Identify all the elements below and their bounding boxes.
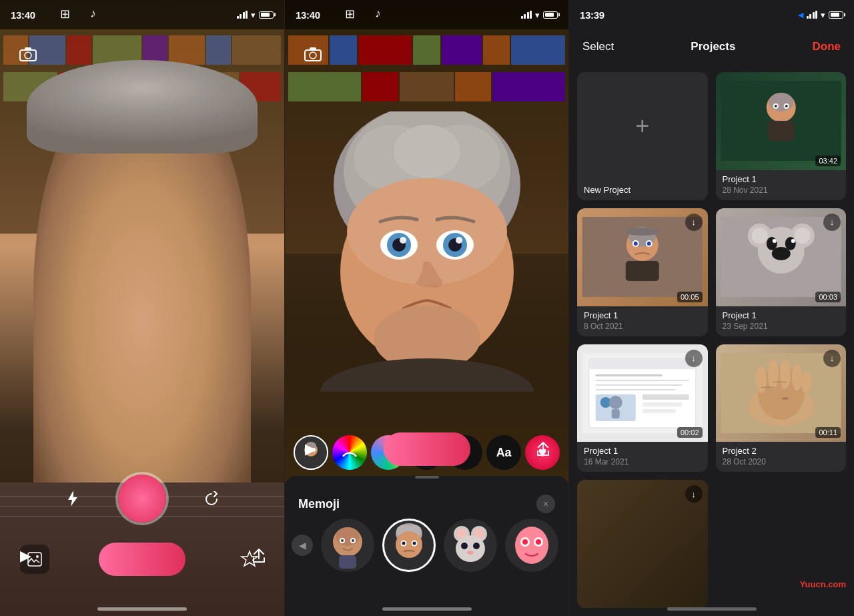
svg-rect-67 (767, 121, 794, 141)
project-1-nov-date: 28 Nov 2021 (723, 186, 840, 195)
svg-rect-101 (612, 409, 620, 418)
memoji-back-arrow[interactable]: ◀ (292, 535, 313, 556)
p2-play-button[interactable]: ▶ (298, 437, 322, 461)
status-bar-3: 13:39 ◀ ▾ (569, 0, 854, 29)
memoji-panel: Memoji × ◀ (285, 476, 568, 616)
svg-point-51 (456, 535, 485, 562)
select-button[interactable]: Select (582, 40, 614, 53)
project-1-oct-info: Project 1 8 Oct 2021 (577, 306, 708, 336)
project-1-sep-info: Project 1 23 Sep 2021 (716, 306, 847, 336)
svg-point-9 (394, 125, 460, 178)
svg-point-87 (791, 239, 795, 243)
svg-point-62 (769, 93, 793, 111)
music-icon-1[interactable]: ♪ (90, 7, 96, 21)
time-3: 13:39 (580, 9, 604, 21)
p1-toolbar (0, 475, 284, 523)
flash-icon (68, 491, 77, 507)
grid-icon-1[interactable]: ⊞ (60, 7, 70, 21)
flash-button[interactable] (61, 487, 85, 511)
svg-point-22 (320, 358, 534, 392)
project-2-oct-duration: 00:11 (815, 427, 841, 438)
project-2-oct-date: 28 Oct 2020 (723, 457, 840, 467)
new-project-cell[interactable]: + New Project (577, 72, 708, 200)
svg-point-85 (785, 237, 795, 250)
camera-flip-1[interactable] (13, 40, 43, 69)
svg-rect-92 (596, 380, 689, 381)
project-partial-cell[interactable]: ↓ (577, 480, 708, 608)
memoji-item-2[interactable] (382, 519, 436, 572)
p2-record-button[interactable] (384, 432, 470, 466)
svg-point-105 (755, 366, 766, 393)
signal-icon-3 (807, 11, 818, 19)
p1-top-icons: ⊞ ♪ (60, 7, 96, 21)
project-1-mar-duration: 00:02 (677, 427, 703, 438)
wifi-icon-2: ▾ (535, 10, 540, 20)
new-project-thumbnail: + (577, 72, 708, 181)
svg-point-55 (515, 527, 548, 564)
memoji-bald-icon (324, 522, 371, 569)
camera-flip-icon-2 (304, 47, 322, 62)
memoji-close-button[interactable]: × (536, 495, 555, 513)
memoji-svg (300, 111, 554, 392)
svg-point-109 (801, 372, 811, 393)
camera-background (0, 0, 284, 616)
done-button[interactable]: Done (813, 40, 841, 53)
svg-point-58 (522, 539, 528, 545)
project-2-oct-download[interactable]: ↓ (823, 350, 841, 367)
battery-icon-1 (259, 11, 274, 19)
project-1-mar-download[interactable]: ↓ (685, 350, 703, 367)
svg-point-84 (766, 237, 777, 250)
svg-rect-98 (643, 402, 683, 406)
project-1-sep-download[interactable]: ↓ (823, 214, 841, 231)
project-2-oct-name: Project 2 (723, 446, 840, 456)
project-1-mar-cell[interactable]: ↓ 00:02 Project 1 16 Mar 2021 (577, 344, 708, 473)
svg-point-74 (634, 242, 638, 246)
project-1-mar-date: 16 Mar 2021 (584, 457, 701, 467)
memoji-gray-icon (386, 522, 432, 569)
project-1-sep-duration: 00:03 (815, 292, 841, 302)
p2-share-icon (536, 442, 550, 456)
svg-point-46 (413, 542, 416, 545)
time-2: 13:40 (296, 9, 320, 21)
status-icons-1: ▾ (237, 10, 274, 20)
memoji-pink-icon (508, 522, 555, 569)
watermark: Yuucn.com (800, 579, 846, 589)
memoji-mouse-icon (447, 522, 494, 569)
memoji-item-3[interactable] (444, 519, 497, 572)
project-1-sep-cell[interactable]: ↓ 00:03 Project 1 23 Sep 2021 (716, 208, 847, 336)
flip-camera-button[interactable] (199, 487, 224, 511)
record-button[interactable] (118, 475, 166, 523)
project-1-mar-thumbnail: ↓ 00:02 (577, 344, 708, 442)
memoji-item-4[interactable] (505, 519, 558, 572)
svg-rect-99 (643, 409, 676, 413)
project-1-oct-date: 8 Oct 2021 (584, 322, 701, 331)
p2-share-button[interactable] (531, 437, 555, 461)
svg-point-45 (402, 542, 406, 545)
svg-point-107 (779, 360, 790, 389)
memoji-panel-header: Memoji × (285, 484, 568, 519)
grid-icon-2[interactable]: ⊞ (345, 7, 355, 21)
panel-1-camera: 13:40 ▾ ⊞ ♪ (0, 0, 284, 616)
svg-point-65 (774, 105, 777, 107)
project-partial-download[interactable]: ↓ (685, 485, 703, 503)
project-1-oct-name: Project 1 (584, 310, 701, 320)
project-1-nov-cell[interactable]: 03:42 Project 1 28 Nov 2021 (716, 72, 847, 200)
svg-rect-24 (310, 47, 316, 51)
time-1: 13:40 (11, 9, 35, 21)
signal-icon-1 (237, 11, 248, 19)
camera-flip-2[interactable] (298, 40, 328, 69)
svg-point-100 (609, 396, 622, 409)
projects-grid: + New Project (569, 64, 854, 616)
memoji-item-1[interactable] (321, 519, 374, 572)
project-1-oct-download[interactable]: ↓ (685, 214, 703, 231)
svg-rect-76 (626, 261, 659, 281)
svg-point-52 (461, 543, 468, 549)
music-icon-2[interactable]: ♪ (375, 7, 381, 21)
project-2-oct-cell[interactable]: ↓ 00:11 Project 2 28 Oct 2020 (716, 344, 847, 473)
signal-icon-2 (521, 11, 532, 19)
drag-handle (415, 476, 439, 479)
play-button[interactable]: ▶ (13, 544, 37, 568)
project-1-oct-cell[interactable]: ↓ 00:05 Project 1 8 Oct 2021 (577, 208, 708, 336)
panel-3-projects: 13:39 ◀ ▾ Select Projects Done + (568, 0, 854, 616)
share-button[interactable] (247, 544, 271, 568)
